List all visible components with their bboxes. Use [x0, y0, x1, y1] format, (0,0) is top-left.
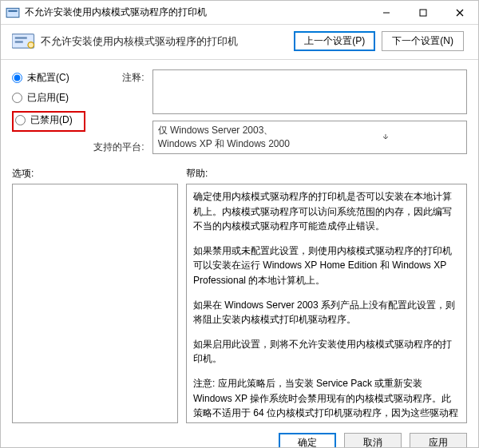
titlebar: 不允许安装使用内核模式驱动程序的打印机: [1, 1, 478, 25]
help-paragraph: 如果在 Windows Server 2003 系列产品上没有配置此设置，则将阻…: [193, 298, 460, 327]
header: 不允许安装使用内核模式驱动程序的打印机 上一个设置(P) 下一个设置(N): [1, 25, 478, 59]
svg-rect-0: [6, 8, 19, 17]
radio-not-configured-input[interactable]: [12, 73, 22, 83]
help-paragraph: 如果启用此设置，则将不允许安装使用内核模式驱动程序的打印机。: [193, 337, 460, 367]
supported-platform-box[interactable]: 仅 Windows Server 2003、Windows XP 和 Windo…: [152, 121, 467, 154]
app-icon: [6, 6, 20, 20]
separator: [1, 59, 478, 60]
platform-label: 支持的平台:: [93, 141, 144, 154]
apply-button[interactable]: 应用: [410, 433, 467, 448]
ok-button[interactable]: 确定: [279, 433, 336, 448]
help-paragraph: 注意: 应用此策略后，当安装 Service Pack 或重新安装 Window…: [193, 376, 460, 423]
svg-point-9: [28, 42, 34, 49]
help-paragraph: 如果禁用或未配置此设置，则使用内核模式驱动程序的打印机可以安装在运行 Windo…: [193, 244, 460, 288]
window-title: 不允许安装使用内核模式驱动程序的打印机: [25, 6, 368, 19]
svg-rect-7: [15, 38, 27, 40]
state-radio-group: 未配置(C) 已启用(E) 已禁用(D): [12, 69, 85, 154]
radio-disabled[interactable]: 已禁用(D): [12, 111, 85, 132]
help-paragraph: 确定使用内核模式驱动程序的打印机是否可以安装在本地计算机上。内核模式驱动程序可以…: [193, 189, 460, 234]
supported-platform-text: 仅 Windows Server 2003、Windows XP 和 Windo…: [158, 124, 310, 151]
help-pane[interactable]: 确定使用内核模式驱动程序的打印机是否可以安装在本地计算机上。内核模式驱动程序可以…: [186, 184, 467, 423]
form-area: 未配置(C) 已启用(E) 已禁用(D) 注释: 支持的平台: 仅 Window…: [1, 66, 478, 161]
nav-buttons: 上一个设置(P) 下一个设置(N): [294, 31, 464, 51]
panes: 确定使用内核模式驱动程序的打印机是否可以安装在本地计算机上。内核模式驱动程序可以…: [1, 184, 478, 423]
field-inputs: 仅 Windows Server 2003、Windows XP 和 Windo…: [152, 69, 467, 154]
options-label: 选项:: [12, 167, 186, 180]
radio-not-configured-label: 未配置(C): [27, 71, 69, 85]
previous-setting-button[interactable]: 上一个设置(P): [294, 31, 375, 51]
window-buttons: [368, 1, 478, 24]
comment-input[interactable]: [152, 69, 467, 114]
close-button[interactable]: [441, 1, 478, 24]
cancel-button[interactable]: 取消: [344, 433, 402, 448]
dialog-buttons: 确定 取消 应用: [1, 423, 478, 448]
policy-title: 不允许安装使用内核模式驱动程序的打印机: [41, 34, 294, 49]
chevron-down-icon: [310, 133, 461, 141]
svg-rect-8: [15, 42, 23, 44]
svg-rect-3: [420, 10, 426, 16]
radio-enabled[interactable]: 已启用(E): [12, 91, 85, 105]
field-labels: 注释: 支持的平台:: [93, 69, 144, 154]
maximize-button[interactable]: [405, 1, 441, 24]
supported-platform-row: 仅 Windows Server 2003、Windows XP 和 Windo…: [152, 121, 467, 154]
mid-labels: 选项: 帮助:: [1, 161, 478, 184]
options-pane[interactable]: [12, 184, 178, 423]
radio-enabled-input[interactable]: [12, 93, 22, 103]
minimize-button[interactable]: [368, 1, 405, 24]
next-setting-button[interactable]: 下一个设置(N): [382, 31, 464, 51]
radio-not-configured[interactable]: 未配置(C): [12, 71, 85, 85]
help-label: 帮助:: [186, 167, 467, 180]
svg-rect-1: [8, 10, 17, 11]
radio-disabled-input[interactable]: [15, 115, 26, 125]
radio-enabled-label: 已启用(E): [27, 91, 69, 105]
comment-label: 注释:: [93, 71, 144, 85]
policy-icon: [12, 32, 36, 51]
radio-disabled-label: 已禁用(D): [30, 113, 73, 127]
